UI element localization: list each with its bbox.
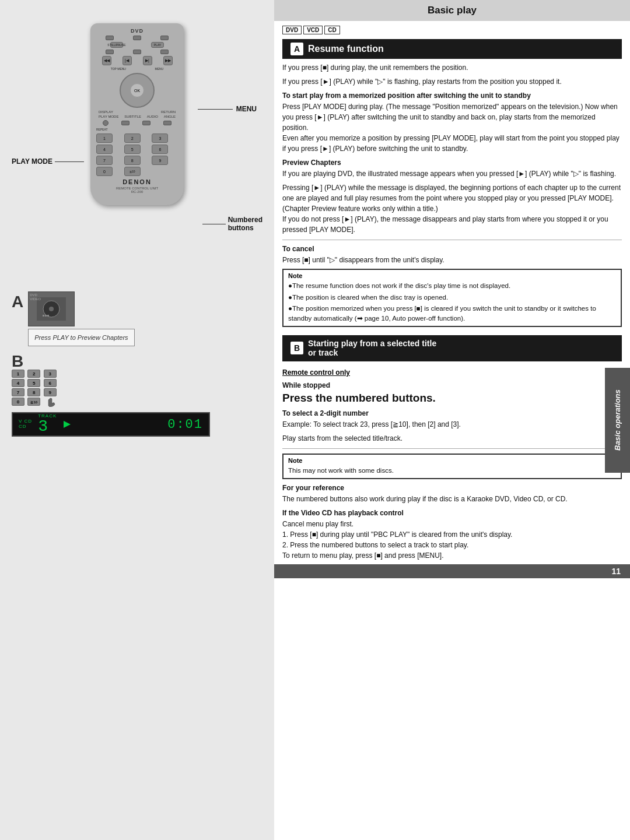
- transport-next: ▶|: [143, 56, 152, 65]
- b-num-finger: [44, 398, 58, 409]
- num-2: 2: [124, 133, 141, 143]
- standby-heading: To start play from a memorized position …: [282, 92, 622, 100]
- numpad: 1 2 3 4 5 6 7 8 9 0 ≧10: [96, 133, 178, 176]
- display-cd-text: CD: [19, 424, 32, 430]
- numbered-arrow-line: [202, 224, 226, 224]
- format-badges: DVD VCD CD: [282, 26, 622, 34]
- display-track-info: TRACK 3: [38, 414, 57, 435]
- display-play-icon: [62, 420, 72, 429]
- playmode-label: PLAY MODE: [99, 115, 118, 118]
- dvd-thumbnail: DVDVIDEO: [28, 291, 75, 326]
- section-b-left-label: B: [12, 353, 262, 370]
- page-number-bar: 11: [274, 564, 630, 578]
- menu-label: MENU: [198, 105, 257, 113]
- to-cancel-heading: To cancel: [282, 245, 622, 253]
- remote-btn-stop: [106, 50, 114, 54]
- remote-btn-3: [160, 36, 169, 40]
- remote-playmode-row: PLAY MODE SUBTITLE AUDIO ANGLE: [99, 115, 176, 118]
- remote-transport-row: ◀◀ |◀ ▶| ▶▶: [96, 56, 178, 65]
- right-wrapper: Basic play DVD VCD CD A Resume function …: [274, 0, 630, 840]
- para-1: If you press [■] during play, the unit r…: [282, 62, 622, 73]
- remote-control-only-label: Remote control only: [282, 368, 622, 377]
- dvd-video-label: DVDVIDEO: [30, 293, 41, 301]
- nav-circle: OK: [120, 73, 155, 108]
- badge-cd: CD: [324, 26, 340, 34]
- two-digit-text: Example: To select track 23, press [≧10]…: [282, 419, 622, 430]
- badge-vcd: VCD: [303, 26, 323, 34]
- b-num-1: 1: [12, 370, 24, 378]
- dvd-icon-svg: [37, 297, 66, 321]
- repeat-label: REPEAT: [96, 128, 178, 131]
- numpad-b: 1 2 3 4 5 6 7 8 9 0 ≧10: [12, 370, 58, 409]
- preview-box-text: Press PLAY to Preview Chapters: [34, 334, 128, 341]
- b-num-5: 5: [27, 379, 40, 387]
- remote-playmode-btn-row: [96, 120, 178, 126]
- remote-btn-4: [133, 50, 141, 54]
- numbered-text-block: Numbered buttons: [228, 216, 262, 232]
- svg-rect-5: [47, 315, 49, 317]
- svg-rect-3: [43, 315, 44, 317]
- playmode-btn: [103, 120, 108, 126]
- two-digit-heading: To select a 2-digit number: [282, 409, 622, 417]
- section-a-left-label: A: [12, 294, 23, 310]
- note-bullet-3: ●The position memorized when you press […: [288, 304, 616, 323]
- top-menu-label: TOP MENU: [111, 67, 126, 71]
- subtitle-label: SUBTITLE: [124, 115, 141, 118]
- section-b-illustration: B 1 2 3 4 5 6 7 8 9 0 ≧10 V CD CD: [6, 351, 268, 437]
- return-label: RETURN: [161, 110, 176, 114]
- b-num-0: 0: [12, 398, 24, 406]
- to-cancel-text: Press [■] until "▷" disappears from the …: [282, 255, 622, 265]
- display-vcd-label: V CD CD: [19, 419, 32, 430]
- num-6: 6: [152, 145, 168, 154]
- menu-arrow-line: [198, 109, 233, 110]
- video-cd-text: Cancel menu play first.1. Press [■] duri…: [282, 519, 622, 561]
- para-2: If you press [►] (PLAY) while "▷" is fla…: [282, 76, 622, 87]
- display-time: 0:01: [167, 417, 203, 432]
- transport-prev: |◀: [123, 56, 132, 65]
- section-b-header: B Starting play from a selected title or…: [282, 335, 622, 362]
- remote-btn-2: [133, 36, 141, 40]
- remote-top-row: [96, 36, 178, 40]
- remote-row-3: [96, 50, 178, 54]
- top-header-bar: Basic play: [274, 0, 630, 21]
- note-heading-b: Note: [288, 457, 616, 464]
- play-starts-text: Play starts from the selected title/trac…: [282, 433, 622, 444]
- remote-row-2: STILL/PAUSE PLAY: [96, 42, 178, 48]
- preview-text-1: If you are playing DVD, the illustrated …: [282, 168, 622, 179]
- b-num-8: 8: [27, 388, 40, 396]
- b-num-7: 7: [12, 388, 24, 396]
- note-box-a: Note ●The resume function does not work …: [282, 269, 622, 327]
- divider-1: [282, 240, 622, 240]
- b-num-2: 2: [27, 370, 40, 378]
- num-9: 9: [152, 156, 168, 165]
- angle-btn: [163, 121, 172, 125]
- page-number: 11: [611, 567, 621, 576]
- preview-box: Press PLAY to Preview Chapters: [28, 329, 134, 346]
- remote-btn-5: [160, 50, 169, 54]
- section-b-content: Remote control only While stopped Press …: [274, 365, 630, 564]
- for-reference-heading: For your reference: [282, 484, 622, 492]
- display-label: DISPLAY: [99, 110, 113, 114]
- section-b-title: Starting play from a selected title or t…: [308, 339, 436, 359]
- num-0: 0: [96, 167, 113, 176]
- b-num-9: 9: [44, 388, 57, 396]
- numbered-buttons-label: Numbered buttons: [202, 216, 262, 232]
- num-7: 7: [96, 156, 113, 165]
- remote-area: MENU PLAY MODE Numbered buttons DVD STIL: [6, 12, 268, 291]
- right-content: Basic play DVD VCD CD A Resume function …: [274, 0, 630, 840]
- transport-rew: ◀◀: [102, 56, 111, 65]
- note-heading-a: Note: [288, 272, 616, 279]
- num-8: 8: [124, 156, 141, 165]
- b-num-4: 4: [12, 379, 24, 387]
- numbered-text: Numbered: [228, 216, 262, 224]
- press-numbered-label: Press the numbered buttons.: [282, 392, 622, 405]
- num-3: 3: [152, 133, 168, 143]
- num-1: 1: [96, 133, 113, 143]
- svg-marker-6: [64, 421, 71, 428]
- video-cd-heading: If the Video CD has playback control: [282, 509, 622, 517]
- buttons-text: buttons: [228, 224, 262, 232]
- divider-2: [282, 448, 622, 449]
- b-num-3: 3: [44, 370, 57, 378]
- note-content-b: This may not work with some discs.: [288, 466, 616, 476]
- for-reference-text: The numbered buttons also work during pl…: [282, 494, 622, 504]
